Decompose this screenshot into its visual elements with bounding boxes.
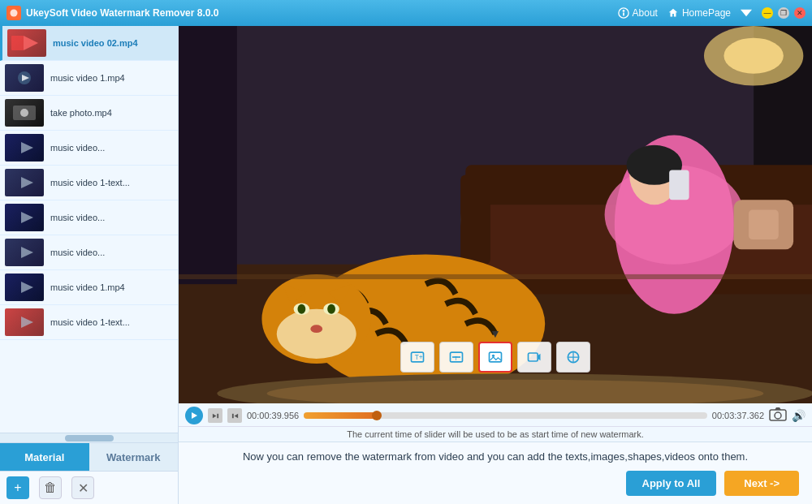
file-item[interactable]: music video 02.mp4 (0, 26, 178, 61)
file-thumbnail (7, 29, 46, 57)
svg-point-36 (327, 304, 335, 314)
current-time: 00:00:39.956 (247, 411, 299, 420)
svg-marker-12 (21, 212, 33, 223)
add-subtitle-icon[interactable]: T (439, 342, 473, 373)
video-frame: T+ T ▼ (179, 26, 812, 403)
sidebar-actions: + 🗑 ✕ (0, 471, 178, 504)
file-thumbnail (5, 204, 44, 231)
svg-point-22 (723, 38, 783, 74)
video-area: T+ T ▼ (179, 26, 812, 504)
tab-material[interactable]: Material (0, 443, 89, 471)
close-button[interactable]: ✕ (794, 7, 806, 19)
next-button[interactable]: Next -> (724, 471, 799, 496)
step-back-button[interactable] (227, 408, 242, 423)
main-content: music video 02.mp4 music video 1.mp4 tak… (0, 26, 812, 504)
total-time: 00:03:37.362 (712, 411, 764, 420)
svg-rect-4 (11, 36, 24, 50)
scrollbar-thumb[interactable] (65, 435, 114, 442)
file-thumbnail (5, 64, 44, 92)
about-link[interactable]: About (618, 7, 658, 19)
svg-marker-60 (234, 413, 238, 417)
svg-point-34 (297, 304, 305, 314)
file-thumbnail (5, 308, 44, 336)
file-name: music video 1-text... (50, 177, 130, 188)
svg-text:T+: T+ (415, 353, 423, 361)
add-text-icon[interactable]: T+ (400, 342, 434, 373)
file-item[interactable]: music video 1.mp4 (0, 270, 178, 305)
file-item[interactable]: music video 1.mp4 (0, 61, 178, 96)
file-thumbnail (5, 239, 44, 266)
file-name: music video... (50, 142, 105, 153)
svg-point-0 (11, 10, 18, 17)
app-icon (6, 6, 21, 20)
file-item[interactable]: music video 1-text... (0, 166, 178, 200)
svg-marker-15 (21, 317, 33, 328)
sidebar: music video 02.mp4 music video 1.mp4 tak… (0, 26, 179, 504)
step-forward-button[interactable] (208, 408, 222, 423)
svg-point-32 (277, 309, 356, 359)
dropdown-btn[interactable] (741, 7, 752, 19)
add-file-button[interactable]: + (6, 476, 29, 499)
svg-rect-59 (217, 413, 218, 417)
svg-point-37 (310, 325, 322, 333)
homepage-link[interactable]: HomePage (667, 7, 731, 19)
add-shape-icon[interactable] (556, 342, 590, 373)
svg-rect-29 (460, 175, 490, 265)
file-item[interactable]: music video... (0, 235, 178, 270)
svg-rect-19 (179, 26, 237, 284)
file-name: music video... (50, 247, 105, 258)
progress-thumb[interactable] (372, 411, 382, 420)
svg-rect-44 (749, 209, 779, 239)
svg-rect-2 (623, 12, 624, 15)
add-video-icon[interactable] (517, 342, 551, 373)
delete-file-button[interactable]: 🗑 (39, 476, 62, 499)
file-name: music video 1-text... (50, 317, 130, 328)
file-thumbnail (5, 274, 44, 301)
window-controls: — ❐ ✕ (762, 7, 806, 19)
minimize-button[interactable]: — (762, 7, 773, 19)
apply-all-button[interactable]: Apply to All (626, 471, 717, 496)
file-list: music video 02.mp4 music video 1.mp4 tak… (0, 26, 178, 433)
app-title: UkeySoft Video Watermark Remover 8.0.0 (26, 7, 618, 19)
file-item[interactable]: take photo.mp4 (0, 96, 178, 131)
info-bar: The current time of slider will be used … (179, 426, 812, 442)
progress-area: 00:00:39.956 00:03:37.362 🔊 (179, 403, 812, 426)
bottom-buttons: Apply to All Next -> (192, 471, 799, 496)
clear-files-button[interactable]: ✕ (71, 476, 94, 499)
progress-fill (304, 412, 376, 419)
tab-watermark[interactable]: Watermark (89, 443, 179, 471)
svg-marker-14 (21, 282, 33, 293)
volume-button[interactable]: 🔊 (792, 409, 806, 422)
svg-rect-42 (669, 170, 689, 200)
file-name: music video 02.mp4 (53, 37, 138, 49)
svg-marker-11 (21, 177, 33, 188)
screenshot-button[interactable] (769, 407, 787, 424)
svg-rect-53 (490, 352, 502, 362)
svg-rect-61 (231, 413, 233, 417)
file-thumbnail (5, 169, 44, 196)
restore-button[interactable]: ❐ (778, 7, 789, 19)
add-image-icon[interactable] (478, 342, 512, 373)
svg-marker-57 (192, 412, 197, 419)
file-thumbnail (5, 134, 44, 162)
titlebar: UkeySoft Video Watermark Remover 8.0.0 A… (0, 0, 812, 26)
file-item[interactable]: music video 1-text... (0, 305, 178, 340)
svg-marker-13 (21, 247, 33, 258)
file-name: music video 1.mp4 (50, 282, 125, 293)
file-name: take photo.mp4 (50, 107, 112, 118)
tab-bar: Material Watermark (0, 442, 178, 471)
video-toolbar: T+ T ▼ (400, 327, 590, 373)
progress-bar[interactable] (304, 412, 707, 419)
svg-text:T: T (455, 355, 458, 361)
svg-rect-55 (529, 353, 538, 361)
file-item[interactable]: music video... (0, 131, 178, 166)
svg-point-1 (622, 10, 624, 12)
file-name: music video 1.mp4 (50, 72, 125, 84)
svg-rect-47 (179, 274, 812, 279)
svg-point-9 (20, 109, 28, 117)
sidebar-scrollbar[interactable] (0, 433, 178, 442)
svg-marker-10 (21, 142, 33, 153)
info-text: The current time of slider will be used … (347, 429, 644, 439)
file-item[interactable]: music video... (0, 200, 178, 235)
play-button[interactable] (185, 407, 203, 424)
